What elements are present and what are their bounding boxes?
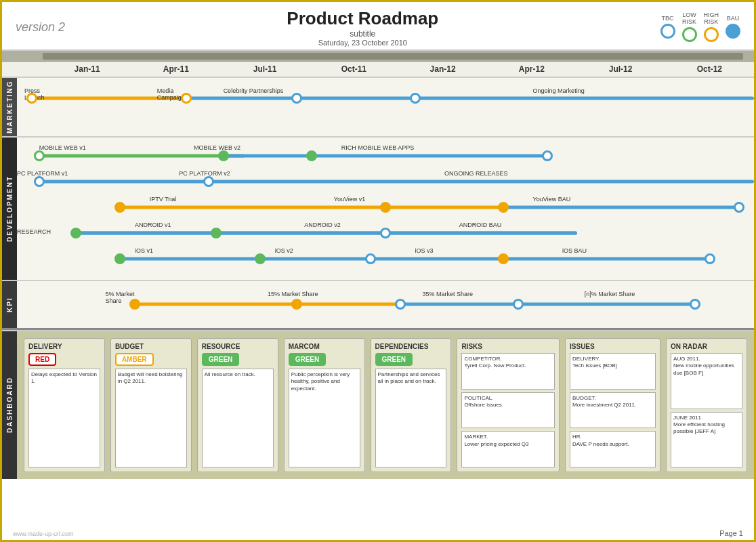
- marcom-title: MARCOM: [289, 343, 360, 350]
- marcom-note: Public perception is very healthy, posit…: [289, 369, 360, 467]
- marketing-node4: [410, 93, 421, 104]
- dev-ios-node5: [705, 253, 715, 264]
- dev-label-youview-bau: YouView BAU: [533, 196, 571, 203]
- dev-row-iptv: IPTV Trial YouView v1 YouView BAU: [17, 194, 754, 220]
- dev-iptv-node2: [380, 202, 391, 213]
- marketing-content: PressLaunch MediaCampaign Celebrity Part…: [17, 78, 754, 136]
- footer-page: Page 1: [719, 529, 743, 537]
- dev-mobile-line2: [224, 154, 548, 158]
- risks-items: COMPETITOR.Tyrell Corp. Now Product. POL…: [461, 353, 555, 467]
- dependencies-note: Partnerships and services all in place a…: [375, 369, 447, 467]
- marcom-badge: GREEN: [289, 353, 327, 366]
- delivery-note: Delays expected to Version 1.: [28, 369, 100, 467]
- legend-bau: BAU: [726, 16, 740, 39]
- kpi-node2: [291, 299, 302, 310]
- risks-card: RISKS COMPETITOR.Tyrell Corp. Now Produc…: [457, 338, 560, 472]
- header-center: Product Roadmap subtitle Saturday, 23 Oc…: [65, 8, 660, 47]
- resource-badge: GREEN: [202, 353, 240, 366]
- budget-title: BUDGET: [115, 343, 187, 350]
- header: version 2 Product Roadmap subtitle Satur…: [2, 2, 754, 51]
- dev-label-android-bau: ANDROID BAU: [459, 222, 502, 228]
- high-risk-circle: [704, 27, 719, 42]
- budget-note: Budget will need bolstering in Q2 2011.: [115, 369, 187, 467]
- dev-label-rich-mobile: RICH MOBILE WEB APPS: [341, 144, 415, 151]
- dev-mobile-line1: [39, 154, 246, 158]
- low-risk-circle: [682, 27, 697, 42]
- dev-mobile-node3: [306, 150, 317, 161]
- dev-mobile-node1: [34, 150, 45, 161]
- issues-items: DELIVERY.Tech Issues [BOB] BUDGET.More i…: [570, 353, 656, 467]
- time-jul12: Jul-12: [576, 64, 665, 74]
- dev-ios-node2: [255, 253, 266, 264]
- footer-watermark: www.made-up-url.com: [13, 530, 74, 537]
- on-radar-item1: AUG 2011.New mobile opportunities due [B…: [671, 353, 742, 409]
- marketing-node2: [181, 93, 192, 104]
- kpi-node5: [690, 299, 700, 310]
- resource-note: All resource on track.: [202, 369, 274, 467]
- marketing-section: MARKETING PressLaunch MediaCampaign Cele…: [2, 78, 754, 138]
- time-jul11: Jul-11: [221, 64, 310, 74]
- kpi-label-npct: [n]% Market Share: [585, 291, 635, 297]
- dev-iptv-node1: [114, 202, 125, 213]
- kpi-label: KPI: [2, 281, 17, 328]
- dev-label-mobile-v2: MOBILE WEB v2: [194, 144, 240, 151]
- dev-iptv-line1: [120, 206, 503, 209]
- time-oct12: Oct-12: [665, 64, 754, 74]
- dependencies-badge: GREEN: [375, 353, 413, 366]
- kpi-node1: [129, 299, 140, 310]
- development-section: DEVELOPMENT MOBILE WEB v1 MOBILE WEB v2 …: [2, 138, 754, 281]
- bau-circle: [726, 24, 740, 39]
- marketing-label-celebrity: Celebrity Partnerships: [224, 87, 284, 94]
- dev-label-research: RESEARCH: [17, 228, 51, 235]
- on-radar-title: ON RADAR: [671, 343, 742, 350]
- dashboard-content: DELIVERY RED Delays expected to Version …: [17, 331, 754, 479]
- time-labels-row: Jan-11 Apr-11 Jul-11 Oct-11 Jan-12 Apr-1…: [2, 62, 754, 78]
- kpi-line2: [297, 303, 400, 306]
- dependencies-card: DEPENDENCIES GREEN Partnerships and serv…: [371, 338, 452, 472]
- risks-title: RISKS: [461, 343, 555, 350]
- dev-label-ios-v2: iOS v2: [275, 247, 293, 254]
- marcom-card: MARCOM GREEN Public perception is very h…: [284, 338, 365, 472]
- dependencies-title: DEPENDENCIES: [375, 343, 447, 350]
- time-jan11: Jan-11: [43, 64, 131, 74]
- kpi-line4: [518, 303, 695, 306]
- legend-low-risk: LOWRISK: [682, 12, 697, 42]
- dev-ios-node4: [498, 253, 509, 264]
- kpi-row: 5% MarketShare 15% Market Share 35% Mark…: [17, 289, 754, 319]
- marketing-label-ongoing: Ongoing Marketing: [533, 87, 585, 94]
- marketing-row1: PressLaunch MediaCampaign Celebrity Part…: [17, 85, 754, 112]
- kpi-line3: [400, 303, 518, 306]
- kpi-node3: [395, 299, 406, 310]
- dev-row-android: RESEARCH ANDROID v1 ANDROID v2 ANDROID B…: [17, 220, 754, 246]
- dev-label-mobile-v1: MOBILE WEB v1: [39, 144, 86, 151]
- dev-label-ios-v3: iOS v3: [415, 247, 434, 254]
- page-title: Product Roadmap: [65, 8, 660, 29]
- marketing-line1-blue: [186, 97, 754, 100]
- legend-tbc: TBC: [660, 16, 675, 39]
- marketing-label: MARKETING: [2, 78, 17, 136]
- dev-label-ios-bau: iOS BAU: [562, 247, 587, 254]
- dev-label-android-v2: ANDROID v2: [304, 222, 341, 228]
- on-radar-card: ON RADAR AUG 2011.New mobile opportuniti…: [666, 338, 747, 472]
- kpi-content: 5% MarketShare 15% Market Share 35% Mark…: [17, 281, 754, 328]
- budget-card: BUDGET AMBER Budget will need bolstering…: [110, 338, 192, 472]
- kpi-node4: [513, 299, 524, 310]
- kpi-line1: [135, 303, 297, 306]
- dev-iptv-node4: [734, 202, 744, 213]
- issues-item2: BUDGET.More investment Q2 2011.: [570, 392, 656, 429]
- dev-pc-line: [39, 180, 754, 184]
- dev-mobile-node4: [542, 150, 553, 161]
- delivery-badge: RED: [28, 353, 56, 366]
- dev-android-node1: [70, 228, 81, 238]
- dev-label-ongoing: ONGOING RELEASES: [444, 170, 508, 177]
- dev-ios-node3: [365, 253, 376, 264]
- time-jan12: Jan-12: [398, 64, 487, 74]
- dashboard-section: DASHBOARD DELIVERY RED Delays expected t…: [2, 330, 754, 479]
- time-apr11: Apr-11: [131, 64, 220, 74]
- development-label: DEVELOPMENT: [2, 138, 17, 280]
- dev-ios-node1: [114, 253, 125, 264]
- legend-high-risk: HIGHRISK: [704, 12, 719, 42]
- on-radar-items: AUG 2011.New mobile opportunities due [B…: [671, 353, 742, 467]
- resource-card: RESOURCE GREEN All resource on track.: [197, 338, 278, 472]
- timeline-bar: [2, 51, 754, 62]
